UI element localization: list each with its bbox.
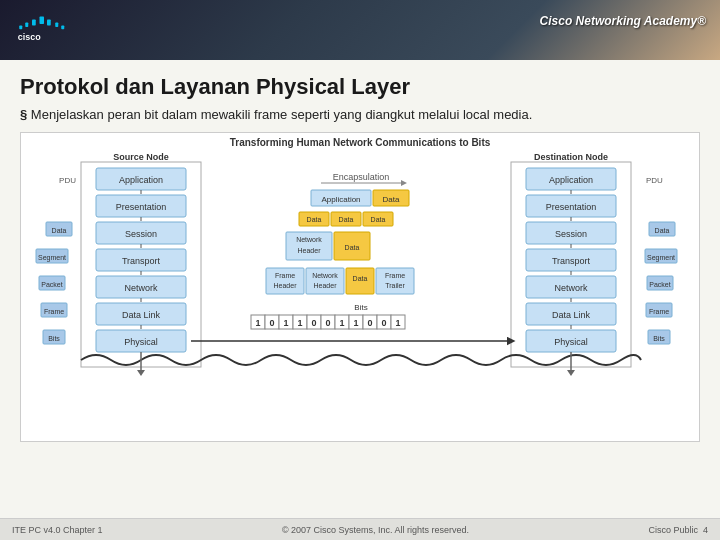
svg-text:1: 1 — [283, 318, 288, 328]
svg-text:Session: Session — [125, 229, 157, 239]
svg-text:0: 0 — [325, 318, 330, 328]
svg-text:Source Node: Source Node — [113, 152, 169, 162]
svg-rect-2 — [47, 20, 51, 26]
svg-text:Bits: Bits — [354, 303, 367, 312]
svg-text:Destination Node: Destination Node — [534, 152, 608, 162]
svg-text:Frame: Frame — [275, 272, 295, 279]
svg-text:Physical: Physical — [554, 337, 588, 347]
svg-text:Packet: Packet — [41, 281, 62, 288]
svg-text:Data: Data — [52, 227, 67, 234]
svg-text:0: 0 — [269, 318, 274, 328]
diagram-svg: Source Node Destination Node Application… — [21, 150, 700, 440]
svg-text:0: 0 — [381, 318, 386, 328]
svg-text:Trailer: Trailer — [385, 282, 405, 289]
svg-text:Header: Header — [274, 282, 298, 289]
svg-text:Bits: Bits — [653, 335, 665, 342]
footer: ITE PC v4.0 Chapter 1 © 2007 Cisco Syste… — [0, 518, 720, 540]
svg-text:1: 1 — [339, 318, 344, 328]
svg-text:Segment: Segment — [38, 254, 66, 262]
svg-text:Transport: Transport — [552, 256, 591, 266]
svg-rect-1 — [32, 20, 36, 26]
svg-text:Data Link: Data Link — [552, 310, 591, 320]
svg-text:Data: Data — [307, 216, 322, 223]
svg-marker-117 — [567, 370, 575, 376]
diagram-title: Transforming Human Network Communication… — [21, 133, 699, 150]
svg-text:Presentation: Presentation — [116, 202, 167, 212]
svg-text:Application: Application — [321, 195, 360, 204]
svg-text:0: 0 — [311, 318, 316, 328]
svg-text:cisco: cisco — [18, 32, 42, 42]
svg-text:Presentation: Presentation — [546, 202, 597, 212]
page-title: Protokol dan Layanan Physical Layer — [20, 74, 700, 100]
svg-text:Session: Session — [555, 229, 587, 239]
footer-left: ITE PC v4.0 Chapter 1 — [12, 525, 103, 535]
svg-text:PDU: PDU — [646, 176, 663, 185]
cisco-logo: cisco — [14, 12, 74, 48]
svg-text:Segment: Segment — [647, 254, 675, 262]
svg-text:Data: Data — [655, 227, 670, 234]
svg-text:1: 1 — [255, 318, 260, 328]
svg-text:Header: Header — [298, 247, 322, 254]
svg-text:Data: Data — [353, 275, 368, 282]
svg-text:Network: Network — [124, 283, 158, 293]
svg-text:1: 1 — [395, 318, 400, 328]
cisco-academy-label: Cisco Networking Academy® — [540, 14, 706, 28]
footer-right: Cisco Public 4 — [648, 525, 708, 535]
svg-text:Encapsulation: Encapsulation — [333, 172, 390, 182]
svg-text:Data: Data — [371, 216, 386, 223]
svg-rect-0 — [40, 17, 45, 25]
svg-rect-3 — [25, 23, 28, 28]
svg-text:Physical: Physical — [124, 337, 158, 347]
svg-rect-4 — [55, 23, 58, 28]
svg-text:Network: Network — [554, 283, 588, 293]
svg-text:Frame: Frame — [385, 272, 405, 279]
header-banner: cisco Cisco Networking Academy® — [0, 0, 720, 60]
svg-text:Bits: Bits — [48, 335, 60, 342]
svg-text:Frame: Frame — [649, 308, 669, 315]
svg-text:Packet: Packet — [649, 281, 670, 288]
svg-rect-6 — [61, 26, 64, 30]
svg-text:Data: Data — [345, 244, 360, 251]
svg-rect-5 — [19, 26, 22, 30]
svg-text:Frame: Frame — [44, 308, 64, 315]
svg-text:Data Link: Data Link — [122, 310, 161, 320]
footer-center: © 2007 Cisco Systems, Inc. All rights re… — [282, 525, 469, 535]
svg-text:Network: Network — [296, 236, 322, 243]
svg-text:Application: Application — [549, 175, 593, 185]
svg-text:Transport: Transport — [122, 256, 161, 266]
diagram-container: Transforming Human Network Communication… — [20, 132, 700, 442]
svg-text:Network: Network — [312, 272, 338, 279]
svg-text:Data: Data — [383, 195, 400, 204]
svg-text:1: 1 — [297, 318, 302, 328]
svg-marker-64 — [401, 180, 407, 186]
svg-text:PDU: PDU — [59, 176, 76, 185]
svg-text:Application: Application — [119, 175, 163, 185]
main-content: Protokol dan Layanan Physical Layer Menj… — [0, 60, 720, 540]
subtitle-text: Menjelaskan peran bit dalam mewakili fra… — [20, 106, 700, 124]
svg-marker-115 — [137, 370, 145, 376]
svg-text:Header: Header — [314, 282, 338, 289]
svg-text:Data: Data — [339, 216, 354, 223]
svg-text:0: 0 — [367, 318, 372, 328]
svg-text:1: 1 — [353, 318, 358, 328]
